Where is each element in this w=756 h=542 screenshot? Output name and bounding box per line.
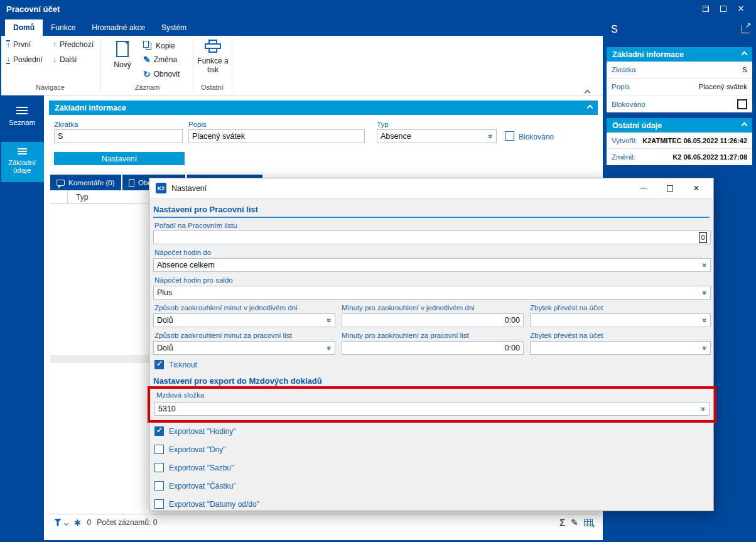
- lookup-icon[interactable]: »: [487, 134, 495, 139]
- zkratka-input[interactable]: S: [54, 129, 183, 143]
- zpusob-den-dropdown[interactable]: Dolů »: [153, 313, 335, 327]
- first-record-button[interactable]: ↑ První: [6, 40, 31, 49]
- refresh-record-button[interactable]: ↻ Obnovit: [143, 70, 180, 79]
- napocet-saldo-label: Nápočet hodin pro saldo: [154, 276, 233, 284]
- tisknout-checkbox[interactable]: [154, 360, 164, 369]
- minimize-icon: [640, 188, 647, 188]
- ribbon-tab-hromadne-akce[interactable]: Hromadné akce: [84, 19, 153, 36]
- dialog-close-button[interactable]: ×: [686, 182, 707, 195]
- zbytek-list-label: Zbytek převést na účet: [530, 332, 603, 339]
- mzdova-slozka-dropdown[interactable]: 5310 »: [154, 402, 710, 416]
- napocet-saldo-dropdown[interactable]: Plus »: [153, 286, 711, 300]
- heading-pracovni-list: Nastavení pro Pracovní list: [153, 205, 258, 214]
- zkratka-label: Zkratka: [54, 121, 78, 128]
- nastaveni-button[interactable]: Nastavení: [54, 152, 185, 165]
- export-castku-row[interactable]: Exportovat "Částku": [154, 481, 236, 491]
- copy-record-label: Kopie: [156, 41, 175, 50]
- export-sazbu-row[interactable]: Exportovat "Sazbu": [154, 463, 234, 472]
- ribbon-tab-funkce[interactable]: Funkce: [43, 19, 84, 36]
- ribbon-group-separator: [100, 39, 101, 92]
- copy-icon: [143, 41, 153, 50]
- filter-icon[interactable]: [54, 519, 62, 526]
- lookup-icon[interactable]: »: [701, 291, 709, 295]
- panel-blokovano-checkbox[interactable]: [737, 99, 747, 109]
- lookup-icon[interactable]: »: [326, 346, 333, 350]
- refresh-icon: ↻: [143, 70, 151, 79]
- section-header-zakladni-informace[interactable]: Základní informace: [49, 100, 598, 115]
- panel-vytvoril-label: Vytvořil:: [612, 137, 637, 144]
- zbytek-den-dropdown[interactable]: »: [530, 313, 711, 327]
- lookup-icon[interactable]: »: [701, 263, 709, 268]
- export-dny-row[interactable]: Exportovat "Dny": [154, 445, 226, 454]
- export-hodiny-row[interactable]: Exportovat "Hodiny": [154, 426, 236, 436]
- poradi-input[interactable]: 0: [153, 230, 711, 244]
- filter-dropdown-chevron-icon[interactable]: [64, 521, 68, 526]
- add-table-icon[interactable]: [584, 519, 593, 526]
- sidebar-item-zakladni-udaje[interactable]: Základní údaje: [0, 142, 44, 182]
- sidebar-item-seznam[interactable]: Seznam: [0, 100, 44, 137]
- group-label-navigace: Navigace: [0, 84, 100, 91]
- last-record-icon: ↓: [6, 55, 10, 64]
- close-window-button[interactable]: ×: [732, 3, 750, 15]
- previous-record-icon: ↑: [53, 41, 57, 48]
- zbytek-list-dropdown[interactable]: »: [530, 341, 711, 355]
- mzdova-slozka-label: Mzdová složka: [156, 391, 204, 399]
- edit-icon[interactable]: ✎: [571, 518, 578, 528]
- export-sazbu-checkbox[interactable]: [154, 463, 164, 472]
- expand-panel-button[interactable]: ↗: [742, 25, 750, 33]
- poradi-spinner[interactable]: 0: [699, 232, 707, 243]
- lookup-icon[interactable]: »: [701, 318, 709, 323]
- minuty-list-input[interactable]: 0:00: [342, 341, 524, 355]
- maximize-window-button[interactable]: [715, 3, 732, 15]
- lookup-icon[interactable]: »: [700, 407, 708, 411]
- chevron-up-icon: [585, 90, 591, 96]
- tab-komentare[interactable]: Komentáře (0): [50, 175, 121, 190]
- minuty-den-input[interactable]: 0:00: [342, 313, 524, 327]
- ribbon-tab-domu[interactable]: Domů: [5, 19, 43, 36]
- popis-input[interactable]: Placený svátek: [188, 129, 365, 143]
- export-castku-checkbox[interactable]: [154, 481, 164, 491]
- export-hodiny-checkbox[interactable]: [154, 426, 164, 436]
- functions-print-button[interactable]: Funkce a tisk: [196, 40, 230, 74]
- new-record-button[interactable]: Nový: [108, 41, 137, 69]
- ribbon-tab-system[interactable]: Systém: [153, 19, 195, 36]
- ribbon-group-separator: [232, 39, 232, 92]
- panel-section2-title: Ostatní údaje: [612, 121, 662, 130]
- first-record-icon: ↑: [6, 40, 10, 49]
- last-record-button[interactable]: ↓ Poslední: [6, 55, 43, 64]
- next-record-button[interactable]: ↓ Další: [53, 55, 77, 64]
- tisknout-checkbox-row[interactable]: Tisknout: [154, 360, 197, 369]
- comment-bubble-icon: [57, 180, 65, 186]
- typ-dropdown[interactable]: Absence »: [377, 129, 497, 143]
- export-datumy-checkbox[interactable]: [154, 499, 164, 509]
- export-datumy-row[interactable]: Exportovat "Datumy od/do": [154, 499, 259, 509]
- panel-section-zakladni-informace[interactable]: Základní informace: [607, 47, 752, 62]
- zpusob-list-dropdown[interactable]: Dolů »: [153, 341, 335, 355]
- last-record-label: Poslední: [13, 55, 43, 64]
- dialog-minimize-button[interactable]: [633, 182, 654, 195]
- lookup-icon[interactable]: »: [326, 318, 333, 323]
- dialog-titlebar[interactable]: K2 Nastavení ×: [149, 178, 713, 198]
- window-titlebar: Pracovní účet ×: [0, 0, 756, 18]
- chevron-up-icon: [742, 51, 748, 58]
- previous-record-button[interactable]: ↑ Předchozí: [53, 40, 94, 49]
- dock-window-button[interactable]: [697, 3, 715, 15]
- asterisk-icon[interactable]: ∗: [73, 517, 82, 528]
- blokovano-checkbox[interactable]: [505, 131, 514, 141]
- document-icon: [129, 179, 134, 187]
- napocet-do-dropdown[interactable]: Absence celkem »: [153, 258, 711, 272]
- copy-record-button[interactable]: Kopie: [143, 41, 175, 50]
- blokovano-label: Blokováno: [519, 133, 554, 141]
- zbytek-den-label: Zbytek převést na účet: [530, 304, 603, 312]
- napocet-do-value: Absence celkem: [157, 261, 700, 269]
- change-record-button[interactable]: ✎ Změna: [143, 55, 177, 64]
- dialog-maximize-button[interactable]: [659, 182, 681, 195]
- panel-section-ostatni-udaje[interactable]: Ostatní údaje: [607, 118, 752, 133]
- export-dny-checkbox[interactable]: [154, 445, 164, 454]
- lookup-icon[interactable]: »: [701, 346, 709, 350]
- panel-row-zmenil: Změnil: K2 06.05.2022 11:27:08: [607, 149, 752, 165]
- sum-icon[interactable]: Σ: [559, 517, 565, 528]
- left-sidebar: Seznam Základní údaje: [0, 95, 44, 542]
- next-record-icon: ↓: [53, 56, 57, 63]
- first-record-label: První: [13, 40, 31, 49]
